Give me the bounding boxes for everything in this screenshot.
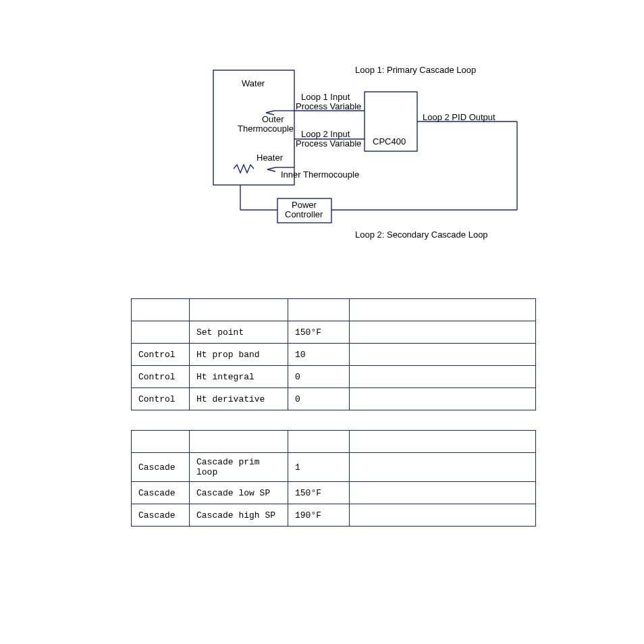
outer-tc-label-2: Thermocouple <box>238 124 294 134</box>
cell: Ht integral <box>190 366 288 388</box>
cpc400-label: CPC400 <box>373 136 406 146</box>
cell: Cascade <box>132 482 190 504</box>
outer-tc-label-1: Outer <box>262 114 284 124</box>
cell: Cascade low SP <box>190 482 288 504</box>
cell: Ht derivative <box>190 388 288 410</box>
cell: Ht prop band <box>190 344 288 366</box>
parameter-table-2: Cascade Cascade prim loop 1 Cascade Casc… <box>131 430 536 527</box>
cell <box>132 321 190 344</box>
table-row: Control Ht integral 0 <box>132 366 536 388</box>
cell: Control <box>132 344 190 366</box>
table-row: Control Ht prop band 10 <box>132 344 536 366</box>
cell: 150°F <box>288 321 350 344</box>
heater-label: Heater <box>257 153 283 163</box>
table-row: Set point 150°F <box>132 321 536 344</box>
loop1-input-2: Process Variable <box>296 101 361 111</box>
cell: 150°F <box>288 482 350 504</box>
cell: 10 <box>288 344 350 366</box>
power-ctrl-label-2: Controller <box>285 209 323 219</box>
cell <box>350 504 536 527</box>
loop2-input-1: Loop 2 Input <box>301 129 350 139</box>
cell: 1 <box>288 453 350 482</box>
cell <box>350 366 536 388</box>
cell: 0 <box>288 388 350 410</box>
power-ctrl-label-1: Power <box>292 200 317 210</box>
diagram: Loop 1: Primary Cascade Loop Loop 2: Sec… <box>213 65 551 227</box>
table-row: Cascade Cascade high SP 190°F <box>132 504 536 527</box>
cell: 190°F <box>288 504 350 527</box>
inner-tc-label: Inner Thermocouple <box>281 169 359 180</box>
cell: Cascade high SP <box>190 504 288 527</box>
cell <box>350 482 536 504</box>
cell: Control <box>132 388 190 410</box>
cell: Cascade prim loop <box>190 453 288 482</box>
cell: Set point <box>190 321 288 344</box>
cell <box>350 344 536 366</box>
cell: Cascade <box>132 504 190 527</box>
diagram-title-loop2: Loop 2: Secondary Cascade Loop <box>355 230 488 240</box>
parameter-table-1: Set point 150°F Control Ht prop band 10 … <box>131 298 536 410</box>
table-row: Cascade Cascade low SP 150°F <box>132 482 536 504</box>
cell <box>350 388 536 410</box>
diagram-title-loop1: Loop 1: Primary Cascade Loop <box>355 65 476 75</box>
loop2-input-2: Process Variable <box>296 138 361 149</box>
loop1-input-1: Loop 1 Input <box>301 92 350 102</box>
table-row: Control Ht derivative 0 <box>132 388 536 410</box>
cell: 0 <box>288 366 350 388</box>
cell: Cascade <box>132 453 190 482</box>
cell <box>350 321 536 344</box>
loop2-output-label: Loop 2 PID Output <box>423 112 495 122</box>
cell: Control <box>132 366 190 388</box>
table-header-row <box>132 299 536 321</box>
water-label: Water <box>242 78 265 88</box>
table-row: Cascade Cascade prim loop 1 <box>132 453 536 482</box>
cell <box>350 453 536 482</box>
table-header-row <box>132 431 536 453</box>
